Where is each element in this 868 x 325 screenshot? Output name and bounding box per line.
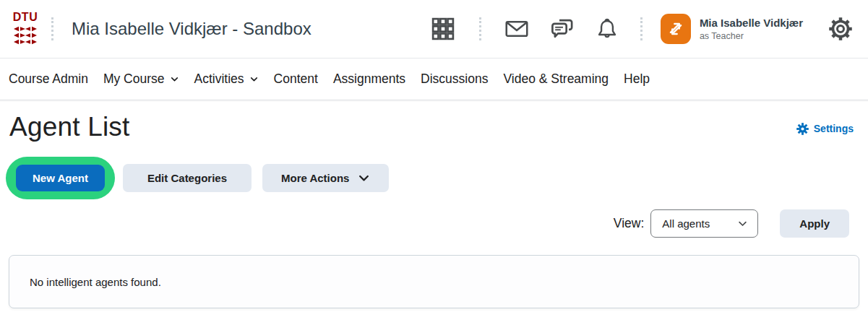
chevron-down-icon xyxy=(358,172,370,184)
agent-toolbar: New Agent Edit Categories More Actions xyxy=(6,157,868,199)
more-actions-button[interactable]: More Actions xyxy=(262,164,389,192)
user-menu[interactable]: Mia Isabelle Vidkjær as Teacher xyxy=(700,16,803,42)
agent-list-empty-state: No intelligent agents found. xyxy=(9,255,859,308)
chevron-down-icon xyxy=(249,74,259,84)
course-navbar: Course Admin My Course Activities Conten… xyxy=(0,58,868,100)
nav-item-label: Video & Streaming xyxy=(503,72,609,87)
view-select-value: All agents xyxy=(662,217,710,230)
nav-item-help[interactable]: Help xyxy=(624,72,650,87)
course-title-link[interactable]: Mia Isabelle Vidkjær - Sandbox xyxy=(72,19,311,39)
chevron-down-icon xyxy=(170,74,179,84)
user-avatar-impersonation-icon[interactable] xyxy=(661,14,691,44)
view-label: View: xyxy=(614,216,644,231)
header-divider xyxy=(479,17,481,40)
nav-item-label: Course Admin xyxy=(9,72,88,87)
page-title: Agent List xyxy=(9,112,130,142)
dtu-logo-icon: DTU xyxy=(9,10,42,48)
nav-item-video-streaming[interactable]: Video & Streaming xyxy=(503,72,609,87)
top-header: DTU Mia Isabelle Vidkjær - Sandbox xyxy=(0,0,868,58)
nav-item-my-course[interactable]: My Course xyxy=(103,72,179,87)
settings-gear-icon xyxy=(796,122,809,136)
nav-item-assignments[interactable]: Assignments xyxy=(333,72,405,87)
apply-button[interactable]: Apply xyxy=(780,209,849,238)
nav-item-course-admin[interactable]: Course Admin xyxy=(9,72,88,87)
nav-item-content[interactable]: Content xyxy=(274,72,318,87)
nav-item-label: Discussions xyxy=(421,72,488,87)
chevron-down-icon xyxy=(737,218,748,229)
page-title-row: Agent List Settings xyxy=(0,100,868,142)
user-name: Mia Isabelle Vidkjær xyxy=(700,16,803,30)
dtu-logo[interactable]: DTU xyxy=(9,10,42,48)
nav-item-label: Content xyxy=(274,72,318,87)
chat-icon[interactable] xyxy=(549,15,576,43)
view-select[interactable]: All agents xyxy=(650,209,758,238)
nav-item-label: Help xyxy=(624,72,650,87)
more-actions-label: More Actions xyxy=(281,172,349,184)
settings-link[interactable]: Settings xyxy=(796,122,854,136)
nav-item-label: Activities xyxy=(194,72,244,87)
view-filter-row: View: All agents Apply xyxy=(0,209,868,238)
new-agent-highlight-ring: New Agent xyxy=(6,157,115,199)
header-actions: Mia Isabelle Vidkjær as Teacher xyxy=(431,14,856,44)
nav-item-label: Assignments xyxy=(333,72,405,87)
empty-state-message: No intelligent agents found. xyxy=(30,276,161,288)
new-agent-button[interactable]: New Agent xyxy=(16,165,105,191)
svg-text:DTU: DTU xyxy=(13,11,38,23)
header-divider xyxy=(51,17,53,40)
gear-icon[interactable] xyxy=(828,16,854,42)
apps-grid-icon[interactable] xyxy=(431,17,455,41)
mail-icon[interactable] xyxy=(504,16,530,42)
nav-item-label: My Course xyxy=(103,72,165,87)
bell-icon[interactable] xyxy=(595,17,619,41)
settings-label: Settings xyxy=(814,123,854,134)
header-divider xyxy=(640,17,643,40)
user-role: as Teacher xyxy=(700,30,803,42)
nav-item-discussions[interactable]: Discussions xyxy=(421,72,488,87)
nav-item-activities[interactable]: Activities xyxy=(194,72,259,87)
edit-categories-button[interactable]: Edit Categories xyxy=(123,164,252,192)
